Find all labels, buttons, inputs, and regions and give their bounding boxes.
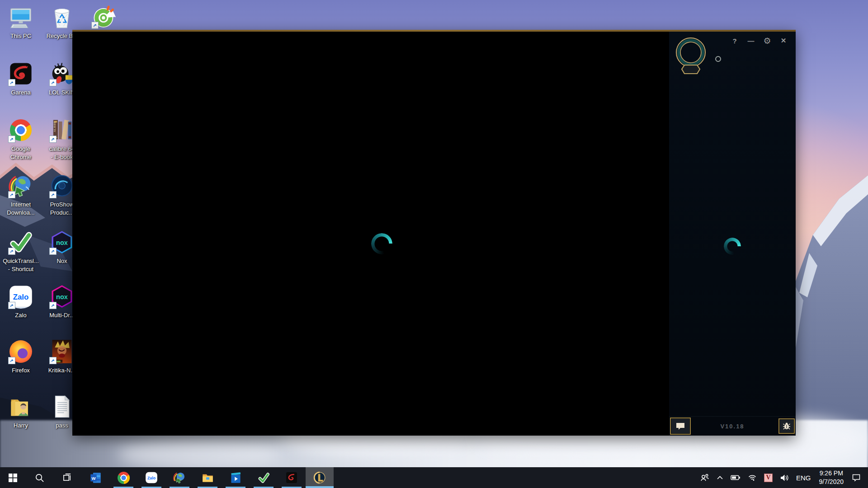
checkmark-icon — [258, 472, 270, 484]
icon-label: Harry — [14, 422, 28, 430]
icon-label: Chrome — [10, 153, 31, 161]
calibre-icon: ALIBRE — [49, 117, 75, 143]
zalo-icon: Zalo — [8, 284, 33, 309]
unikey-v-glyph: V — [764, 474, 773, 482]
svg-text:Zalo: Zalo — [147, 476, 156, 480]
client-version: V10.18 — [669, 423, 796, 430]
zalo-icon: Zalo — [145, 471, 158, 484]
user-folder-icon — [8, 394, 33, 419]
windows-logo-icon — [9, 474, 17, 482]
wifi-tray-icon[interactable] — [744, 467, 760, 488]
nox-icon: nox — [49, 230, 75, 255]
league-client-window: ? — ⚙ ✕ V10.18 — [72, 30, 796, 436]
bug-icon — [783, 422, 791, 430]
desktop-icon-garena[interactable]: Garena — [0, 61, 42, 97]
taskbar-file-explorer[interactable] — [193, 467, 222, 488]
taskbar-zalo[interactable]: Zalo — [137, 467, 165, 488]
icon-label: Produc... — [50, 209, 74, 217]
hidden-icons-chevron[interactable] — [713, 467, 727, 488]
desktop-icon-harry[interactable]: Harry — [0, 394, 42, 430]
shortcut-arrow-icon — [49, 248, 57, 255]
close-button[interactable]: ✕ — [778, 35, 789, 46]
file-explorer-icon — [202, 472, 214, 484]
icon-label: Downloa... — [7, 209, 34, 217]
taskbar-movies-tv[interactable] — [222, 467, 250, 488]
language-indicator[interactable]: ENG — [793, 467, 815, 488]
taskbar-chrome[interactable] — [109, 467, 137, 488]
svg-text:ALIBRE: ALIBRE — [53, 121, 56, 132]
league-of-legends-icon — [313, 471, 326, 484]
text-file-icon — [49, 394, 75, 419]
shortcut-arrow-icon — [91, 22, 99, 29]
icon-label: This PC — [10, 32, 31, 40]
svg-text:W: W — [91, 476, 95, 481]
panel-loading-spinner — [724, 238, 741, 255]
quicktranslator-icon — [8, 230, 33, 255]
shortcut-arrow-icon — [49, 302, 57, 309]
chrome-icon — [8, 117, 33, 143]
search-button[interactable] — [25, 467, 53, 488]
coccoc-browser-icon — [91, 4, 117, 29]
clock[interactable]: 9:26 PM 9/7/2020 — [815, 467, 849, 488]
icon-label: - Shortcut — [3, 265, 39, 273]
people-tray-icon[interactable] — [697, 467, 713, 488]
bug-report-button[interactable] — [778, 418, 795, 434]
icon-label: calibre 64 — [49, 145, 75, 153]
idm-icon — [173, 471, 186, 484]
shortcut-arrow-icon — [49, 136, 57, 143]
this-pc-icon — [8, 5, 33, 30]
shortcut-arrow-icon — [49, 191, 57, 198]
proshow-icon — [49, 173, 75, 198]
desktop-icon-google-chrome[interactable]: Google Chrome — [0, 117, 42, 161]
task-view-button[interactable] — [53, 467, 81, 488]
desktop-icon-zalo[interactable]: Zalo Zalo — [0, 284, 42, 319]
icon-label: Nox — [57, 257, 67, 265]
svg-text:Zalo: Zalo — [13, 293, 29, 301]
action-center-button[interactable] — [848, 467, 864, 488]
panel-footer: V10.18 — [669, 416, 796, 436]
desktop-icon-coccoc[interactable] — [83, 4, 125, 31]
taskbar-garena[interactable] — [278, 467, 306, 488]
running-indicator — [306, 486, 334, 488]
system-tray: V ENG 9:26 PM 9/7/2020 — [697, 467, 868, 488]
help-button[interactable]: ? — [729, 35, 741, 46]
clock-time: 9:26 PM — [820, 469, 843, 478]
clock-date: 9/7/2020 — [819, 478, 844, 486]
minimize-button[interactable]: — — [745, 35, 757, 46]
lol-skin-icon — [49, 61, 75, 86]
volume-tray-icon[interactable] — [776, 467, 793, 488]
movies-tv-icon — [230, 472, 242, 484]
taskbar-league-of-legends[interactable] — [306, 467, 334, 488]
svg-text:nox: nox — [56, 239, 68, 246]
desktop-icon-this-pc[interactable]: This PC — [0, 5, 42, 40]
desktop-icon-firefox[interactable]: Firefox — [0, 339, 42, 375]
shortcut-arrow-icon — [8, 79, 15, 86]
icon-label: pass — [56, 422, 68, 430]
recycle-bin-icon — [49, 5, 75, 30]
shortcut-arrow-icon — [8, 191, 15, 198]
garena-icon — [286, 472, 297, 483]
icon-label: Kritika-N... — [48, 366, 76, 375]
garena-icon — [8, 61, 33, 86]
desktop-icon-idm[interactable]: Internet Downloa... — [0, 173, 42, 216]
cloud — [118, 438, 280, 470]
task-view-icon — [63, 473, 72, 483]
settings-gear-button[interactable]: ⚙ — [761, 35, 773, 46]
taskbar-quicktranslator[interactable] — [250, 467, 278, 488]
icon-label: Zalo — [15, 311, 26, 319]
unikey-tray-icon[interactable]: V — [760, 467, 776, 488]
start-button[interactable] — [0, 467, 25, 488]
icon-label: Garena — [11, 89, 30, 97]
battery-tray-icon[interactable] — [727, 467, 744, 488]
icon-label: ProShow — [50, 201, 74, 209]
icon-label: Multi-Dr... — [49, 311, 75, 319]
icon-label: QuickTransl... — [3, 257, 39, 265]
taskbar-word[interactable]: W — [81, 467, 109, 488]
league-ring-emblem-icon — [673, 33, 709, 75]
shortcut-arrow-icon — [8, 302, 15, 309]
taskbar-idm[interactable] — [165, 467, 193, 488]
desktop-icon-quicktranslator[interactable]: QuickTransl... - Shortcut — [0, 230, 42, 273]
search-icon — [35, 473, 44, 483]
action-center-icon — [852, 474, 861, 482]
icon-label: Google — [10, 145, 31, 153]
